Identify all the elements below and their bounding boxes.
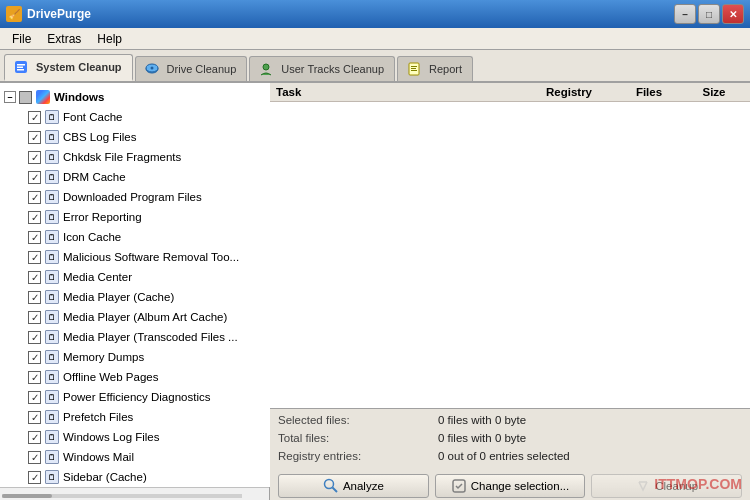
list-item[interactable]: 🗒 Malicious Software Removal Too... <box>0 247 270 267</box>
item-checkbox-13[interactable] <box>28 371 41 384</box>
change-selection-label: Change selection... <box>471 480 569 492</box>
list-item[interactable]: 🗒 Font Cache <box>0 107 270 127</box>
maximize-button[interactable]: □ <box>698 4 720 24</box>
menu-file[interactable]: File <box>4 30 39 48</box>
list-item[interactable]: 🗒 Error Reporting <box>0 207 270 227</box>
close-button[interactable]: ✕ <box>722 4 744 24</box>
list-item[interactable]: 🗒 Chkdsk File Fragments <box>0 147 270 167</box>
total-files-label: Total files: <box>278 432 438 450</box>
item-checkbox-5[interactable] <box>28 211 41 224</box>
item-label-1: CBS Log Files <box>63 131 137 143</box>
item-checkbox-10[interactable] <box>28 311 41 324</box>
list-item[interactable]: 🗒 Offline Web Pages <box>0 367 270 387</box>
tree-scrollbar-h[interactable] <box>0 487 269 500</box>
item-checkbox-1[interactable] <box>28 131 41 144</box>
list-item[interactable]: 🗒 Icon Cache <box>0 227 270 247</box>
item-checkbox-8[interactable] <box>28 271 41 284</box>
svg-line-15 <box>332 488 337 493</box>
tab-drive-cleanup[interactable]: Drive Cleanup <box>135 56 248 81</box>
item-checkbox-17[interactable] <box>28 451 41 464</box>
menu-extras[interactable]: Extras <box>39 30 89 48</box>
item-icon-0: 🗒 <box>44 109 60 125</box>
change-selection-button[interactable]: Change selection... <box>435 474 586 498</box>
tab-user-tracks-label: User Tracks Cleanup <box>281 63 384 75</box>
list-item[interactable]: 🗒 Memory Dumps <box>0 347 270 367</box>
tab-report[interactable]: Report <box>397 56 473 81</box>
item-checkbox-9[interactable] <box>28 291 41 304</box>
item-label-13: Offline Web Pages <box>63 371 158 383</box>
list-item[interactable]: 🗒 Windows Mail <box>0 447 270 467</box>
list-item[interactable]: 🗒 Prefetch Files <box>0 407 270 427</box>
footer: Selected files: 0 files with 0 byte Tota… <box>270 408 750 500</box>
item-checkbox-3[interactable] <box>28 171 41 184</box>
item-icon-8: 🗒 <box>44 269 60 285</box>
expand-icon[interactable]: – <box>4 91 16 103</box>
tab-drive-cleanup-label: Drive Cleanup <box>167 63 237 75</box>
item-icon-7: 🗒 <box>44 249 60 265</box>
selected-files-label: Selected files: <box>278 414 438 432</box>
col-registry-header: Registry <box>524 86 614 98</box>
list-item[interactable]: 🗒 Media Player (Cache) <box>0 287 270 307</box>
item-label-10: Media Player (Album Art Cache) <box>63 311 227 323</box>
item-label-12: Memory Dumps <box>63 351 144 363</box>
tab-system-cleanup[interactable]: System Cleanup <box>4 54 133 81</box>
list-item[interactable]: 🗒 Windows Log Files <box>0 427 270 447</box>
item-icon-9: 🗒 <box>44 289 60 305</box>
item-checkbox-2[interactable] <box>28 151 41 164</box>
item-checkbox-6[interactable] <box>28 231 41 244</box>
change-selection-icon <box>451 478 467 494</box>
item-icon-10: 🗒 <box>44 309 60 325</box>
list-item[interactable]: 🗒 CBS Log Files <box>0 127 270 147</box>
item-checkbox-16[interactable] <box>28 431 41 444</box>
cleanup-label: Cleanup <box>655 480 698 492</box>
list-item[interactable]: 🗒 Media Player (Album Art Cache) <box>0 307 270 327</box>
tree-root-node[interactable]: – Windows <box>0 87 270 107</box>
svg-rect-11 <box>411 70 417 71</box>
col-size-header: Size <box>684 86 744 98</box>
menu-bar: File Extras Help <box>0 28 750 50</box>
tab-drive-cleanup-icon <box>144 61 160 77</box>
svg-rect-2 <box>17 67 23 69</box>
analyze-button[interactable]: Analyze <box>278 474 429 498</box>
tab-user-tracks[interactable]: User Tracks Cleanup <box>249 56 395 81</box>
app-icon: 🧹 <box>6 6 22 22</box>
item-checkbox-14[interactable] <box>28 391 41 404</box>
item-checkbox-0[interactable] <box>28 111 41 124</box>
svg-rect-3 <box>17 69 24 71</box>
list-item[interactable]: 🗒 Media Player (Transcoded Files ... <box>0 327 270 347</box>
root-checkbox[interactable] <box>19 91 32 104</box>
item-icon-12: 🗒 <box>44 349 60 365</box>
list-item[interactable]: 🗒 Downloaded Program Files <box>0 187 270 207</box>
item-icon-13: 🗒 <box>44 369 60 385</box>
item-label-8: Media Center <box>63 271 132 283</box>
item-checkbox-4[interactable] <box>28 191 41 204</box>
item-icon-11: 🗒 <box>44 329 60 345</box>
footer-buttons: Analyze Change selection... Cleanup <box>278 474 742 498</box>
minimize-button[interactable]: – <box>674 4 696 24</box>
item-checkbox-12[interactable] <box>28 351 41 364</box>
item-checkbox-18[interactable] <box>28 471 41 484</box>
main-content: – Windows 🗒 Font Cache 🗒 CBS Log Files <box>0 83 750 500</box>
list-item[interactable]: 🗒 Sidebar (Cache) <box>0 467 270 487</box>
tab-bar: System Cleanup Drive Cleanup User Tracks… <box>0 50 750 83</box>
list-item[interactable]: 🗒 Power Efficiency Diagnostics <box>0 387 270 407</box>
svg-point-14 <box>324 480 333 489</box>
col-task-header: Task <box>276 86 524 98</box>
item-checkbox-15[interactable] <box>28 411 41 424</box>
cleanup-button[interactable]: Cleanup <box>591 474 742 498</box>
item-label-16: Windows Log Files <box>63 431 160 443</box>
item-label-4: Downloaded Program Files <box>63 191 202 203</box>
item-icon-4: 🗒 <box>44 189 60 205</box>
list-item[interactable]: 🗒 Media Center <box>0 267 270 287</box>
item-checkbox-7[interactable] <box>28 251 41 264</box>
item-icon-6: 🗒 <box>44 229 60 245</box>
tree-panel[interactable]: – Windows 🗒 Font Cache 🗒 CBS Log Files <box>0 83 270 487</box>
window-controls: – □ ✕ <box>674 4 744 24</box>
item-checkbox-11[interactable] <box>28 331 41 344</box>
list-item[interactable]: 🗒 DRM Cache <box>0 167 270 187</box>
item-label-2: Chkdsk File Fragments <box>63 151 181 163</box>
menu-help[interactable]: Help <box>89 30 130 48</box>
app-title: DrivePurge <box>27 7 674 21</box>
registry-value: 0 out of 0 entries selected <box>438 450 742 468</box>
svg-point-7 <box>263 64 269 70</box>
